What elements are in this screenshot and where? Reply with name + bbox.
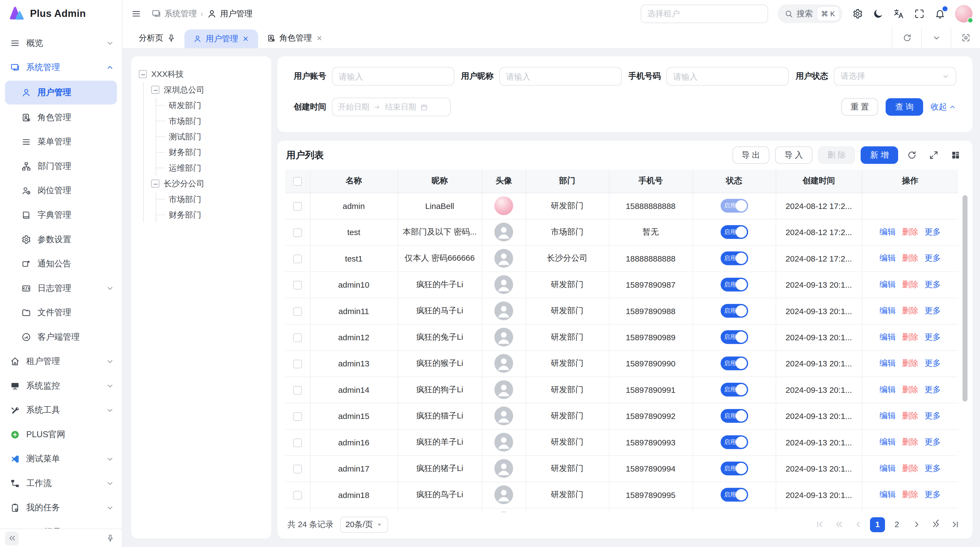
delete-link[interactable]: 删除 bbox=[902, 411, 918, 420]
sidebar-item-18[interactable]: 工作流 bbox=[0, 472, 122, 495]
settings-button[interactable] bbox=[852, 8, 863, 19]
sidebar-item-11[interactable]: 文件管理 bbox=[0, 301, 122, 324]
first-page-button[interactable] bbox=[812, 517, 827, 532]
fullscreen-button[interactable] bbox=[914, 8, 925, 19]
more-link[interactable]: 更多 bbox=[924, 384, 941, 394]
phone-input[interactable] bbox=[667, 67, 789, 86]
tree-node[interactable]: 财务部门 bbox=[164, 144, 264, 160]
table-row[interactable]: admin13 疯狂的猴子Li 研发部门 15897890990 启用 2024… bbox=[285, 350, 958, 376]
date-range-picker[interactable]: 开始日期 结束日期 bbox=[332, 97, 450, 116]
row-checkbox[interactable] bbox=[293, 202, 302, 211]
column-settings-button[interactable] bbox=[948, 147, 964, 163]
status-toggle[interactable]: 启用 bbox=[720, 461, 748, 475]
tenant-select[interactable]: 选择租户 bbox=[640, 4, 768, 23]
page-1-button[interactable]: 1 bbox=[870, 517, 885, 532]
page-2-button[interactable]: 2 bbox=[889, 517, 904, 532]
edit-link[interactable]: 编辑 bbox=[880, 359, 896, 368]
sidebar-item-4[interactable]: 菜单管理 bbox=[0, 130, 122, 154]
row-checkbox[interactable] bbox=[293, 360, 302, 368]
tree-collapse-icon[interactable] bbox=[151, 86, 159, 94]
more-link[interactable]: 更多 bbox=[924, 332, 941, 341]
sidebar-item-3[interactable]: 角色管理 bbox=[0, 106, 122, 129]
select-all-checkbox[interactable] bbox=[293, 177, 302, 186]
sidebar-item-16[interactable]: PLUS官网 bbox=[0, 423, 122, 447]
tree-node[interactable]: XXX科技 bbox=[139, 66, 264, 82]
table-row[interactable]: admin18 疯狂的鸟子Li 研发部门 15897890995 启用 2024… bbox=[285, 482, 958, 508]
sidebar-item-2[interactable]: 用户管理 bbox=[5, 81, 117, 104]
delete-button[interactable]: 删 除 bbox=[818, 146, 855, 164]
row-checkbox[interactable] bbox=[293, 464, 302, 473]
more-link[interactable]: 更多 bbox=[924, 463, 941, 473]
sidebar-item-12[interactable]: 客户端管理 bbox=[0, 325, 122, 349]
sidebar-item-13[interactable]: 租户管理 bbox=[0, 349, 122, 373]
status-select[interactable]: 请选择 bbox=[834, 67, 956, 86]
edit-link[interactable]: 编辑 bbox=[880, 332, 896, 341]
delete-link[interactable]: 删除 bbox=[902, 437, 918, 447]
table-row[interactable]: admin12 疯狂的兔子Li 研发部门 15897890989 启用 2024… bbox=[285, 324, 958, 350]
row-checkbox[interactable] bbox=[293, 254, 302, 263]
status-toggle[interactable]: 启用 bbox=[720, 225, 748, 239]
sidebar-item-20[interactable]: gitee记录 bbox=[0, 520, 122, 528]
dark-mode-button[interactable] bbox=[872, 8, 884, 19]
sidebar-item-0[interactable]: 概览 bbox=[0, 31, 122, 55]
refresh-table-button[interactable] bbox=[904, 147, 920, 163]
row-checkbox[interactable] bbox=[293, 333, 302, 342]
tree-node[interactable]: 运维部门 bbox=[164, 160, 264, 176]
delete-link[interactable]: 删除 bbox=[902, 332, 918, 341]
row-checkbox[interactable] bbox=[293, 491, 302, 499]
sidebar-item-19[interactable]: 我的任务 bbox=[0, 496, 122, 520]
tree-node[interactable]: 长沙分公司 bbox=[151, 176, 264, 191]
user-avatar[interactable] bbox=[955, 5, 972, 22]
next-page-button[interactable] bbox=[909, 517, 924, 532]
sidebar-item-7[interactable]: 字典管理 bbox=[0, 203, 122, 227]
prev-page-button[interactable] bbox=[851, 517, 865, 532]
row-checkbox[interactable] bbox=[293, 307, 302, 316]
sidebar-item-15[interactable]: 系统工具 bbox=[0, 398, 122, 422]
tab-1[interactable]: 用户管理 bbox=[184, 29, 258, 48]
menu-toggle-button[interactable] bbox=[127, 5, 145, 22]
status-toggle[interactable]: 启用 bbox=[720, 252, 748, 265]
tree-collapse-icon[interactable] bbox=[139, 70, 147, 78]
next-jump-button[interactable] bbox=[928, 517, 943, 532]
edit-link[interactable]: 编辑 bbox=[880, 437, 896, 447]
row-checkbox[interactable] bbox=[293, 281, 302, 289]
status-toggle[interactable]: 启用 bbox=[720, 304, 748, 318]
scrollbar-thumb[interactable] bbox=[963, 195, 967, 402]
pin-icon[interactable] bbox=[167, 33, 176, 42]
sidebar-item-17[interactable]: 测试菜单 bbox=[0, 447, 122, 471]
edit-link[interactable]: 编辑 bbox=[880, 463, 896, 473]
close-icon[interactable] bbox=[242, 35, 250, 43]
sidebar-pin-button[interactable] bbox=[103, 531, 117, 545]
status-toggle[interactable]: 启用 bbox=[720, 277, 748, 292]
edit-link[interactable]: 编辑 bbox=[880, 490, 896, 499]
table-row[interactable]: admin16 疯狂的羊子Li 研发部门 15897890993 启用 2024… bbox=[285, 429, 958, 455]
table-row[interactable]: admin10 疯狂的牛子Li 研发部门 15897890987 启用 2024… bbox=[285, 271, 958, 297]
sidebar-item-9[interactable]: 通知公告 bbox=[0, 252, 122, 276]
account-input[interactable] bbox=[332, 67, 454, 86]
global-search[interactable]: 搜索 ⌘ K bbox=[777, 4, 843, 23]
logo[interactable]: Plus Admin bbox=[0, 0, 122, 27]
notifications-button[interactable] bbox=[934, 8, 945, 19]
more-link[interactable]: 更多 bbox=[924, 437, 941, 447]
status-toggle[interactable]: 启用 bbox=[720, 409, 748, 423]
delete-link[interactable]: 删除 bbox=[902, 306, 918, 315]
more-link[interactable]: 更多 bbox=[924, 279, 941, 289]
delete-link[interactable]: 删除 bbox=[902, 279, 918, 289]
status-toggle[interactable]: 启用 bbox=[720, 488, 748, 502]
status-toggle[interactable]: 启用 bbox=[720, 199, 748, 213]
collapse-filter-link[interactable]: 收起 bbox=[931, 101, 956, 113]
tree-node[interactable]: 市场部门 bbox=[164, 113, 264, 129]
table-row[interactable]: test 本部门及以下 密码... 市场部门 暂无 启用 2024-08-12 … bbox=[285, 219, 958, 245]
status-toggle[interactable]: 启用 bbox=[720, 357, 748, 370]
sidebar-item-14[interactable]: 系统监控 bbox=[0, 374, 122, 398]
delete-link[interactable]: 删除 bbox=[902, 254, 918, 263]
more-link[interactable]: 更多 bbox=[924, 411, 941, 420]
row-checkbox[interactable] bbox=[293, 412, 302, 421]
table-scrollbar[interactable] bbox=[963, 194, 968, 510]
table-row[interactable]: admin15 疯狂的猫子Li 研发部门 15897890992 启用 2024… bbox=[285, 403, 958, 429]
table-fullscreen-button[interactable] bbox=[926, 147, 942, 163]
edit-link[interactable]: 编辑 bbox=[880, 384, 896, 394]
edit-link[interactable]: 编辑 bbox=[880, 306, 896, 315]
reset-button[interactable]: 重 置 bbox=[841, 98, 878, 115]
sidebar-collapse-button[interactable] bbox=[5, 531, 19, 545]
